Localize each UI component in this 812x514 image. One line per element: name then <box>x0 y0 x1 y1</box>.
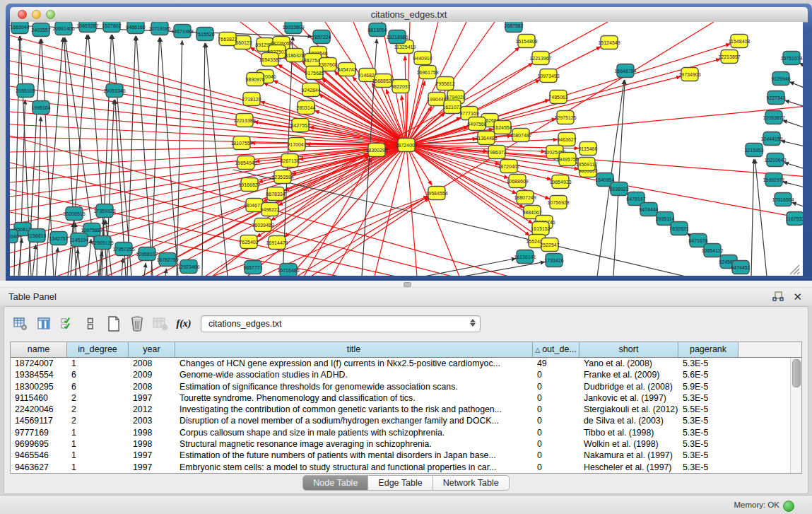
delete-attributes-button[interactable] <box>128 314 146 334</box>
table-cell[interactable]: Nakamura et al. (1997) <box>579 450 678 461</box>
table-cell[interactable]: 0 <box>533 369 579 380</box>
float-panel-icon[interactable] <box>772 291 784 302</box>
table-cell[interactable]: 6 <box>67 369 129 380</box>
minimize-window-button[interactable] <box>32 10 41 19</box>
close-window-button[interactable] <box>18 10 27 19</box>
table-cell[interactable]: 2 <box>67 392 129 404</box>
tab-edge-table[interactable]: Edge Table <box>368 475 433 491</box>
table-row[interactable]: 946554611997Estimation of the future num… <box>11 450 801 461</box>
table-cell[interactable]: 0 <box>533 381 579 392</box>
graph-edge[interactable] <box>781 141 803 147</box>
graph-edge[interactable] <box>406 145 417 276</box>
table-row[interactable]: 911546021997Tourette syndrome. Phenomeno… <box>11 392 801 404</box>
table-row[interactable]: 2242004622012Investigating the contribut… <box>11 404 801 415</box>
table-cell[interactable]: 9115460 <box>11 392 67 404</box>
table-cell[interactable]: Wolkin et al. (1998) <box>579 438 678 450</box>
table-cell[interactable]: 0 <box>533 438 579 450</box>
graph-edge[interactable] <box>782 120 803 129</box>
column-header-in_degree[interactable]: in_degree <box>67 342 129 358</box>
graph-edge[interactable] <box>613 80 625 276</box>
table-cell[interactable]: Genome-wide association studies in ADHD. <box>175 369 533 380</box>
table-cell[interactable]: 2012 <box>129 404 175 415</box>
table-cell[interactable]: 5.3E-5 <box>678 438 739 450</box>
table-row[interactable]: 969969511998Structural magnetic resonanc… <box>11 438 801 450</box>
table-cell[interactable]: 9463627 <box>11 462 67 473</box>
tab-node-table[interactable]: Node Table <box>302 475 368 491</box>
table-cell[interactable]: de Silva et al. (2003) <box>579 415 678 426</box>
table-cell[interactable]: 5.3E-5 <box>678 392 739 404</box>
graph-edge[interactable] <box>792 202 803 208</box>
panel-divider[interactable] <box>0 281 812 288</box>
table-cell[interactable]: 1998 <box>129 438 175 450</box>
table-cell[interactable]: Dudbridge et al. (2008) <box>579 381 678 392</box>
table-cell[interactable]: 9777169 <box>11 427 67 438</box>
table-cell[interactable]: Investigating the contribution of common… <box>175 404 533 415</box>
column-header-pagerank[interactable]: pagerank <box>678 342 739 358</box>
table-row[interactable]: 1872400712008Changes of HCN gene express… <box>11 358 801 369</box>
graph-edge[interactable] <box>206 43 228 276</box>
new-table-button[interactable] <box>105 314 123 334</box>
column-header-out_de[interactable]: △out_de... <box>533 342 579 358</box>
table-cell[interactable]: Disruption of a novel member of a sodium… <box>175 415 533 426</box>
graph-edge[interactable] <box>136 36 153 276</box>
canvas-resize-grip[interactable] <box>790 265 799 274</box>
graph-edge[interactable] <box>789 82 803 89</box>
table-cell[interactable]: 5.3E-5 <box>678 462 739 473</box>
table-cell[interactable]: 1 <box>67 358 129 369</box>
graph-edge[interactable] <box>55 247 58 276</box>
zoom-window-button[interactable] <box>46 10 55 19</box>
table-cell[interactable]: 0 <box>533 450 579 461</box>
table-cell[interactable]: 1 <box>67 450 129 461</box>
table-cell[interactable]: 19384554 <box>11 369 67 380</box>
table-cell[interactable]: 1 <box>67 427 129 438</box>
column-header-year[interactable]: year <box>129 342 175 358</box>
memory-status-indicator[interactable] <box>783 501 794 512</box>
table-cell[interactable]: 5.3E-5 <box>678 450 739 461</box>
table-cell[interactable]: 22420046 <box>11 404 67 415</box>
window-titlebar[interactable]: citations_edges.txt <box>10 7 808 23</box>
delete-table-button[interactable] <box>151 314 170 334</box>
column-header-title[interactable]: title <box>175 342 533 358</box>
table-cell[interactable]: 1997 <box>129 392 175 404</box>
table-cell[interactable]: 5.6E-5 <box>678 369 739 380</box>
table-row[interactable]: 1938455462009Genome-wide association stu… <box>11 369 801 380</box>
table-cell[interactable]: 18724007 <box>11 358 67 369</box>
table-cell[interactable]: 2003 <box>129 415 175 426</box>
table-cell[interactable]: Jankovic et al. (1997) <box>579 392 678 404</box>
graph-edge[interactable] <box>751 159 754 276</box>
table-cell[interactable]: Stergiakouli et al. (2012) <box>579 404 678 415</box>
table-cell[interactable]: 5.3E-5 <box>678 427 739 438</box>
graph-edge[interactable] <box>463 262 545 276</box>
close-panel-icon[interactable]: ✕ <box>793 289 802 304</box>
graph-edge[interactable] <box>85 153 368 276</box>
table-cell[interactable]: Hescheler et al. (1997) <box>579 462 678 473</box>
table-cell[interactable]: 0 <box>533 392 579 404</box>
table-cell[interactable]: Estimation of significance thresholds fo… <box>175 381 533 392</box>
table-cell[interactable]: Structural magnetic resonance image aver… <box>175 438 533 450</box>
graph-edge[interactable] <box>202 43 205 276</box>
scrollbar-thumb[interactable] <box>792 359 801 387</box>
table-cell[interactable]: 2 <box>67 415 129 426</box>
table-cell[interactable]: 14569117 <box>11 415 67 426</box>
table-cell[interactable]: 5.5E-5 <box>678 404 739 415</box>
table-cell[interactable]: Tourette syndrome. Phenomenology and cla… <box>175 392 533 404</box>
hide-columns-button[interactable] <box>81 314 100 334</box>
tab-network-table[interactable]: Network Table <box>433 475 510 491</box>
table-row[interactable]: 946362711997Embryonic stem cells: a mode… <box>11 462 801 473</box>
graph-edge[interactable] <box>127 36 136 276</box>
column-header-short[interactable]: short <box>579 342 678 358</box>
table-cell[interactable]: Embryonic stem cells: a model to study s… <box>175 462 533 473</box>
column-header-name[interactable]: name <box>11 342 67 358</box>
table-cell[interactable]: 1997 <box>129 462 175 473</box>
table-cell[interactable]: 9699695 <box>11 438 67 450</box>
table-cell[interactable]: Changes of HCN gene expression and I(f) … <box>175 358 533 369</box>
table-cell[interactable]: 2008 <box>129 358 175 369</box>
table-cell[interactable]: 5.3E-5 <box>678 358 739 369</box>
table-cell[interactable]: 0 <box>533 462 579 473</box>
table-row[interactable]: 1456911722003Disruption of a novel membe… <box>11 415 801 426</box>
graph-edge[interactable] <box>165 269 166 276</box>
table-cell[interactable]: 1 <box>67 462 129 473</box>
table-cell[interactable]: 1998 <box>129 427 175 438</box>
table-cell[interactable]: 0 <box>533 404 579 415</box>
table-cell[interactable]: 2009 <box>129 369 175 380</box>
